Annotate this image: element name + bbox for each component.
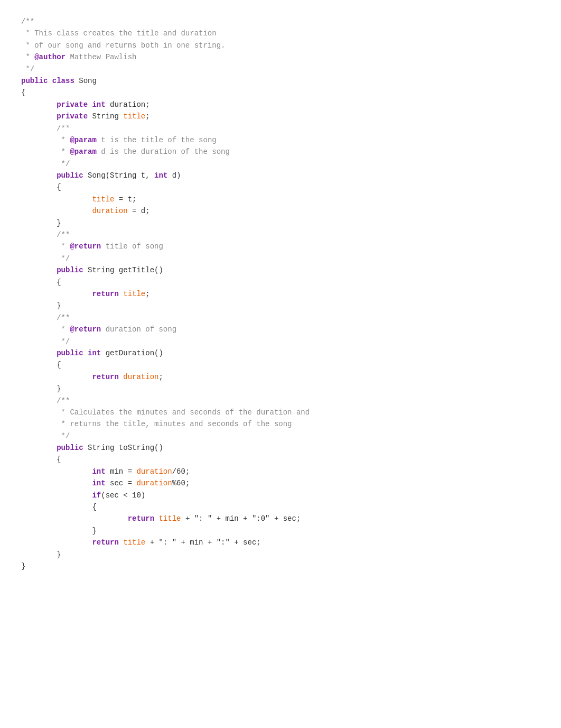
code-line: * Calculates the minutes and seconds of … [21,407,497,418]
code-token: public [57,444,83,452]
code-token: title of song [101,242,163,251]
code-token [21,467,92,476]
code-line: * @return title of song [21,241,497,252]
code-line: title = t; [21,193,497,205]
code-token: int [154,171,167,180]
code-token [119,538,123,547]
code-token [21,290,92,298]
code-token: duration; [106,100,150,109]
code-line: /** [21,312,497,324]
code-line: */ [21,253,497,264]
code-container: /** * This class creates the title and d… [21,16,497,572]
code-token: duration [136,467,172,476]
code-line: * This class creates the title and durat… [21,27,497,39]
code-token: sec = [106,479,137,487]
code-token [21,538,92,547]
code-token: * [21,136,70,144]
code-line: { [21,277,497,288]
code-line: * @param d is the duration of the song [21,146,497,158]
code-token: title [123,290,145,298]
code-line: duration = d; [21,205,497,217]
code-line: { [21,181,497,193]
code-line: { [21,501,497,513]
code-token: String getTitle() [83,266,163,274]
code-token: int [92,467,105,476]
code-line: */ [21,158,497,170]
code-token: /** [21,397,70,405]
code-line: int min = duration/60; [21,466,497,477]
code-token: public [57,171,83,180]
code-line: } [21,525,497,537]
code-token: */ [21,65,34,73]
code-token: public [57,266,83,274]
code-line: /** [21,229,497,241]
code-token: { [21,455,61,464]
code-token: private [57,112,88,121]
code-token: /** [21,231,70,239]
code-token: { [21,361,61,369]
code-token [21,373,92,381]
code-line: } [21,300,497,311]
code-line: } [21,549,497,560]
code-token: Matthew Pawlish [66,53,136,61]
code-token: title [92,195,114,204]
code-token: return [92,290,118,298]
code-token: title [123,538,145,547]
code-token: + ": " + min + ":0" + sec; [181,514,301,523]
code-token [21,444,57,452]
code-token: @return [70,325,101,334]
code-token: public int [57,349,101,357]
code-token: ; [158,373,163,381]
code-token: duration [92,207,127,215]
code-token [21,195,92,204]
code-token [119,290,123,298]
code-token: @return [70,242,101,251]
code-token: d) [167,171,181,180]
code-line: { [21,359,497,371]
code-token: { [21,503,97,511]
code-token: return [92,373,118,381]
code-token: */ [21,337,70,346]
code-token: title [158,514,181,523]
code-line: { [21,454,497,465]
code-token: %60; [172,479,190,487]
code-token [21,171,57,180]
code-line: return title + ": " + min + ":" + sec; [21,537,497,548]
code-token: return [92,538,118,547]
code-token: * [21,148,70,156]
code-line: { [21,87,497,98]
code-token: duration of song [101,325,176,334]
code-line: /** [21,123,497,134]
code-token [21,100,57,109]
code-line: if(sec < 10) [21,490,497,501]
code-token: */ [21,432,70,440]
code-token: @param [70,148,96,156]
code-token: * [21,53,34,61]
code-token: * Calculates the minutes and seconds of … [21,408,310,417]
code-line: private int duration; [21,99,497,110]
code-line: * @param t is the title of the song [21,134,497,146]
code-token: @param [70,136,96,144]
code-token: * This class creates the title and durat… [21,29,217,38]
code-line: * @author Matthew Pawlish [21,51,497,63]
code-token: { [21,88,25,97]
code-token: getDuration() [101,349,163,357]
code-line: return title + ": " + min + ":0" + sec; [21,513,497,524]
code-line: int sec = duration%60; [21,477,497,489]
code-token: d is the duration of the song [97,148,230,156]
code-token: String toString() [83,444,163,452]
code-token: } [21,562,25,570]
code-token: title [123,112,145,121]
code-token [21,491,92,500]
code-token: /** [21,17,34,26]
code-line: public Song(String t, int d) [21,170,497,181]
code-line: public String toString() [21,442,497,454]
code-line: return duration; [21,371,497,383]
code-token: + ": " + min + ":" + sec; [145,538,260,547]
code-token: = t; [114,195,136,204]
code-token: * [21,242,70,251]
code-line: public int getDuration() [21,347,497,359]
code-token: t is the title of the song [97,136,217,144]
code-token: Song [74,77,97,85]
code-token [21,266,57,274]
